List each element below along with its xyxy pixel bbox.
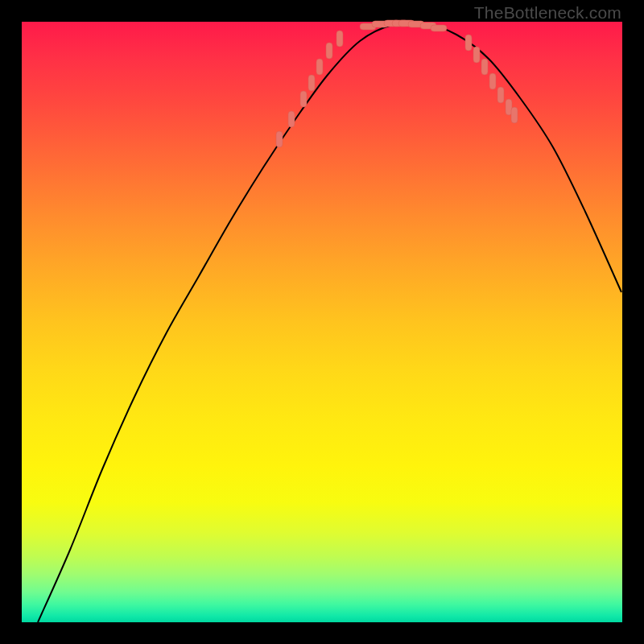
chart-svg — [22, 22, 622, 622]
data-marker — [288, 111, 295, 127]
data-marker — [326, 43, 332, 59]
chart-plot-area — [22, 22, 622, 622]
data-marker — [308, 75, 315, 91]
watermark-text: TheBottleneck.com — [474, 3, 621, 23]
data-marker — [431, 25, 447, 31]
data-marker — [336, 31, 343, 47]
bottleneck-curve-line — [38, 23, 621, 622]
data-marker — [511, 107, 518, 123]
data-marker — [489, 73, 496, 89]
data-marker — [316, 59, 323, 75]
data-marker — [497, 87, 504, 103]
data-marker — [465, 35, 472, 51]
data-marker — [481, 59, 488, 75]
data-marker — [473, 47, 480, 63]
data-markers — [276, 20, 518, 147]
data-marker — [276, 131, 283, 147]
data-marker — [300, 91, 307, 107]
